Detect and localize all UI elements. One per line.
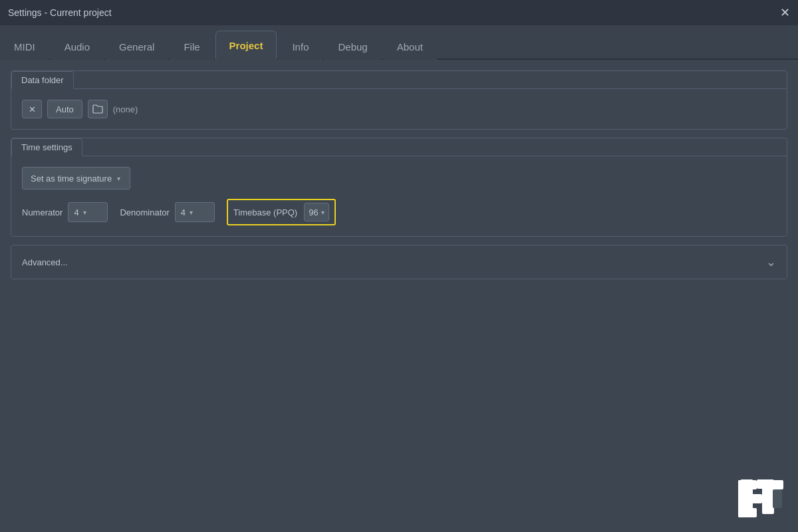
tab-midi[interactable]: MIDI [0, 33, 49, 60]
denominator-label: Denominator [120, 207, 169, 217]
dropdown-arrow: ▾ [117, 175, 120, 182]
advanced-label: Advanced... [22, 257, 68, 267]
denominator-arrow: ▾ [190, 209, 193, 216]
time-settings-section: Time settings Set as time signature ▾ Nu… [11, 138, 787, 237]
svg-rect-13 [774, 480, 782, 489]
logo-bracket-icon [737, 479, 785, 519]
timebase-select[interactable]: 96 ▾ [304, 203, 329, 221]
content-spacer [11, 287, 787, 521]
auto-button[interactable]: Auto [47, 100, 82, 118]
tab-audio[interactable]: Audio [51, 33, 104, 60]
set-time-signature-button[interactable]: Set as time signature ▾ [22, 167, 130, 190]
numerator-arrow: ▾ [83, 209, 86, 216]
clear-button[interactable]: ✕ [22, 100, 42, 118]
tab-general[interactable]: General [105, 33, 168, 60]
timebase-arrow: ▾ [321, 209, 325, 216]
svg-rect-9 [738, 508, 757, 517]
timebase-value: 96 [309, 207, 318, 217]
title-bar: Settings - Current project ✕ [0, 0, 798, 25]
tab-debug[interactable]: Debug [324, 33, 381, 60]
denominator-value: 4 [181, 207, 186, 217]
numerator-group: Numerator 4 ▾ [22, 202, 108, 222]
advanced-row[interactable]: Advanced... ⌄ [11, 245, 787, 279]
time-settings-row: Numerator 4 ▾ Denominator 4 ▾ Time [22, 199, 776, 225]
timebase-label: Timebase (PPQ) [233, 207, 297, 217]
folder-icon [92, 104, 103, 114]
tab-about[interactable]: About [383, 33, 437, 60]
time-settings-header: Time settings [11, 138, 787, 156]
data-folder-header: Data folder [11, 71, 787, 88]
data-folder-title: Data folder [11, 71, 74, 89]
tab-bar: MIDI Audio General File Project Info Deb… [0, 25, 798, 60]
timebase-group: Timebase (PPQ) 96 ▾ [227, 199, 336, 225]
svg-rect-8 [738, 480, 757, 489]
numerator-value: 4 [74, 207, 78, 217]
numerator-label: Numerator [22, 207, 63, 217]
tab-project[interactable]: Project [215, 31, 277, 60]
close-button[interactable]: ✕ [780, 7, 790, 19]
denominator-select[interactable]: 4 ▾ [175, 202, 215, 222]
app-logo [738, 477, 785, 519]
numerator-select[interactable]: 4 ▾ [68, 202, 108, 222]
data-folder-section: Data folder ✕ Auto (none) [11, 70, 787, 130]
data-folder-body: ✕ Auto (none) [11, 88, 787, 129]
svg-rect-12 [773, 489, 782, 508]
advanced-section: Advanced... ⌄ [11, 245, 787, 279]
time-settings-body: Set as time signature ▾ Numerator 4 ▾ De… [11, 156, 787, 236]
tab-file[interactable]: File [170, 33, 213, 60]
denominator-group: Denominator 4 ▾ [120, 202, 214, 222]
folder-button[interactable] [88, 100, 108, 118]
main-content: Data folder ✕ Auto (none) Time settings [0, 60, 798, 532]
set-time-signature-label: Set as time signature [31, 174, 112, 184]
window-title: Settings - Current project [8, 7, 112, 18]
tab-info[interactable]: Info [278, 33, 323, 60]
time-settings-title: Time settings [11, 138, 82, 156]
folder-value: (none) [113, 104, 138, 114]
data-folder-row: ✕ Auto (none) [22, 100, 776, 118]
chevron-down-icon: ⌄ [766, 255, 776, 269]
